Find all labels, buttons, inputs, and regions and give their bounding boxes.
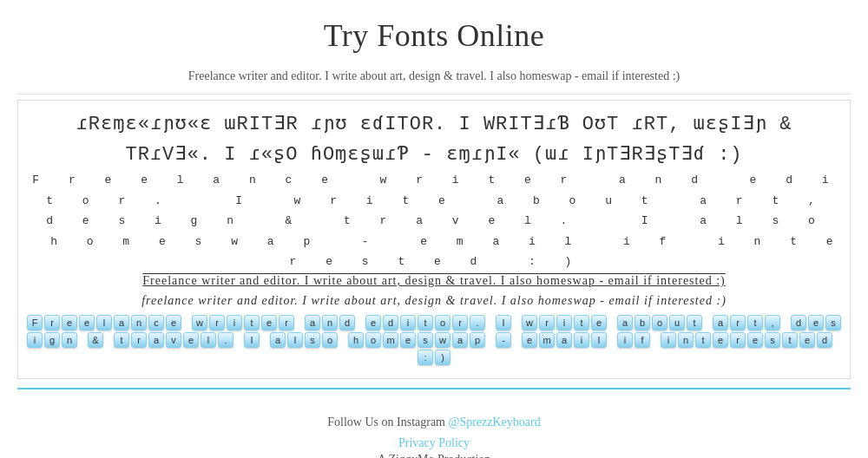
keyboard-char: t [244,315,260,330]
subtitle-text: Freelance writer and editor. I write abo… [188,69,680,82]
keyboard-char: o [322,332,338,348]
keyboard-char: r [730,332,746,348]
keyboard-char: s [765,332,780,348]
keyboard-char: l [96,315,112,330]
privacy-link[interactable]: Privacy Policy [17,436,851,450]
keyboard-char: e [166,315,181,330]
keyboard-char: d [817,332,832,348]
keyboard-char: g [44,332,60,348]
keyboard-char: I [496,315,511,330]
keyboard-char: i [27,332,43,348]
keyboard-char: v [166,332,181,348]
keyboard-char: r [730,315,746,330]
footer: Follow Us on Instagram @SprezzKeyboard P… [17,402,851,458]
font-sample-decorative: ɾRɛɱɛ«ɾɲʊ«ɛ ɯRITƎR ɾɲʊ ɛɗITOR. I WRITƎɾƁ… [27,109,841,170]
font-preview-area: ɾRɛɱɛ«ɾɲʊ«ɛ ɯRITƎR ɾɲʊ ɛɗITOR. I WRITƎɾƁ… [17,100,851,379]
keyboard-char: a [452,332,468,348]
keyboard-char: t [687,315,702,330]
keyboard-char: r [452,315,468,330]
keyboard-char: e [591,315,607,330]
page-title: Try Fonts Online [17,17,851,54]
header: Try Fonts Online [17,0,851,62]
keyboard-char: l [201,332,216,348]
keyboard-char: r [539,315,555,330]
keyboard-char: , [765,315,780,330]
keyboard-char: - [496,332,511,348]
keyboard-char: i [227,315,242,330]
subtitle: Freelance writer and editor. I write abo… [17,62,851,95]
keyboard-char: a [713,315,728,330]
keyboard-char: F [27,315,43,330]
keyboard-char: n [62,332,77,348]
keyboard-char: t [782,332,798,348]
keyboard-char: a [556,332,572,348]
keyboard-char: t [114,332,129,348]
keyboard-char: s [418,332,433,348]
keyboard-char: s [825,315,841,330]
keyboard-char: d [791,315,806,330]
keyboard-char: m [383,332,398,348]
keyboard-char: d [383,315,398,330]
keyboard-char: e [183,332,199,348]
keyboard-char: h [348,332,364,348]
keyboard-char: & [88,332,103,348]
keyboard-char: e [261,315,277,330]
keyboard-char: m [539,332,555,348]
font-sample-underline: Freelance writer and editor. I write abo… [27,272,841,291]
keyboard-char: : [418,350,433,365]
keyboard-char: o [652,315,667,330]
font-sample-spaced: F r e e l a n c e w r i t e r a n d e d … [27,170,841,272]
keyboard-char: w [435,332,450,348]
keyboard-char: c [148,315,164,330]
instagram-label: Follow Us on Instagram [327,415,448,429]
keyboard-char: i [574,332,589,348]
keyboard-char: ) [435,350,450,365]
instagram-link[interactable]: @SprezzKeyboard [449,415,541,429]
keyboard-char: e [713,332,728,348]
keyboard-char: d [339,315,355,330]
keyboard-char: r [279,315,294,330]
keyboard-char: e [79,315,95,330]
keyboard-char: a [114,315,129,330]
keyboard-char: r [209,315,225,330]
divider [17,388,851,389]
keyboard-char: w [192,315,207,330]
keyboard-char: n [322,315,338,330]
keyboard-char: i [556,315,572,330]
production-line: A ZiggyMo Production [17,453,851,458]
keyboard-char: a [617,315,633,330]
keyboard-char: I [244,332,260,348]
keyboard-char: n [131,315,147,330]
keyboard-char: e [400,332,416,348]
keyboard-char: o [365,332,381,348]
keyboard-char: i [400,315,416,330]
keyboard-char: t [574,315,589,330]
instagram-line: Follow Us on Instagram @SprezzKeyboard [17,415,851,429]
keyboard-char: t [747,315,763,330]
keyboard-char: n [678,332,694,348]
keyboard-char: o [435,315,450,330]
keyboard-char: l [591,332,607,348]
keyboard-char: a [148,332,164,348]
keyboard-char: e [62,315,77,330]
keyboard-char: b [635,315,650,330]
keyboard-char: t [695,332,711,348]
keyboard-char: i [661,332,676,348]
keyboard-char: e [522,332,537,348]
keyboard-char: r [44,315,60,330]
font-sample-keyboard: Freelancewriterandeditor.Iwriteaboutart,… [27,311,841,370]
keyboard-char: u [669,315,685,330]
keyboard-char: p [470,332,485,348]
privacy-line: Privacy Policy [17,436,851,450]
keyboard-char: e [808,315,824,330]
keyboard-char: t [418,315,433,330]
keyboard-char: f [635,332,650,348]
keyboard-char: e [799,332,815,348]
keyboard-char: s [305,332,320,348]
keyboard-char: . [470,315,485,330]
keyboard-char: i [617,332,633,348]
keyboard-char: a [270,332,286,348]
keyboard-char: e [365,315,381,330]
keyboard-char: . [218,332,233,348]
keyboard-char: w [522,315,537,330]
